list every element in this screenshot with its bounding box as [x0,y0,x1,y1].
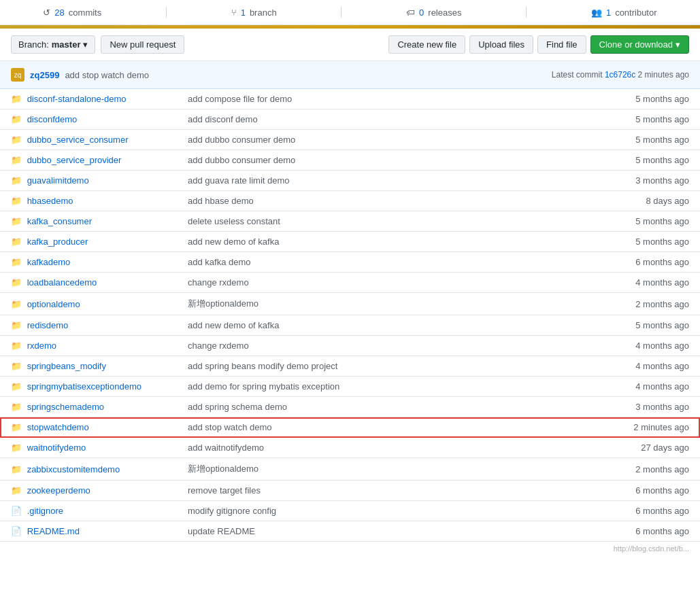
contributors-stat[interactable]: 👥 1 contributor [591,7,657,18]
table-row: 📁 disconfdemo add disconf demo 5 months … [0,109,700,130]
file-name-link[interactable]: dubbo_service_provider [27,155,122,165]
file-icon: 📄 [11,526,22,536]
file-name-link[interactable]: springschemademo [27,402,104,412]
time-cell: 4 months ago [539,273,700,293]
commit-message-cell: update README [177,521,539,542]
time-cell: 2 months ago [539,293,700,315]
table-row: 📁 dubbo_service_provider add dubbo consu… [0,150,700,171]
time-cell: 6 months ago [539,481,700,501]
file-name-link[interactable]: kafkademo [27,257,71,267]
toolbar-left: Branch: master ▾ New pull request [11,35,184,54]
time-cell: 2 months ago [539,458,700,481]
releases-stat[interactable]: 🏷 0 releases [406,7,461,18]
time-cell: 5 months ago [539,109,700,130]
create-new-file-button[interactable]: Create new file [388,35,465,54]
file-name-link[interactable]: stopwatchdemo [27,422,89,432]
clone-download-button[interactable]: Clone or download ▾ [590,35,689,54]
stats-bar: ↺ 28 commits ⑂ 1 branch 🏷 0 releases 👥 1… [0,0,700,25]
commit-message-cell: add kafka demo [177,252,539,273]
file-table: 📁 disconf-standalone-demo add compose fi… [0,89,700,542]
commit-message-cell: change rxdemo [177,336,539,356]
contributors-count[interactable]: 1 [606,7,611,18]
file-name-link[interactable]: optionaldemo [27,299,80,309]
time-cell: 6 months ago [539,501,700,521]
file-name-link[interactable]: hbasedemo [27,196,73,206]
branches-icon: ⑂ [231,7,237,18]
branches-stat[interactable]: ⑂ 1 branch [231,7,277,18]
table-row: 📁 waitnotifydemo add waitnotifydemo 27 d… [0,438,700,458]
table-row: 📁 kafka_consumer delete useless constant… [0,211,700,232]
commit-username[interactable]: zq2599 [30,70,59,80]
file-name-link[interactable]: zabbixcustomitemdemo [27,464,120,474]
find-file-button[interactable]: Find file [537,35,586,54]
releases-icon: 🏷 [406,7,415,18]
file-name-link[interactable]: kafka_producer [27,237,88,247]
file-name-link[interactable]: guavalimitdemo [27,175,89,186]
branches-label: branch [250,7,277,18]
folder-icon: 📁 [11,277,22,288]
releases-count[interactable]: 0 [419,7,424,18]
branch-caret-icon: ▾ [83,39,88,50]
file-name-link[interactable]: springbeans_modify [27,361,106,371]
folder-icon: 📁 [11,257,22,267]
file-name-link[interactable]: springmybatisexceptiondemo [27,381,141,392]
time-cell: 2 minutes ago [539,417,700,438]
time-cell: 6 months ago [539,252,700,273]
commit-message-cell: add disconf demo [177,109,539,130]
file-name-link[interactable]: waitnotifydemo [27,443,86,453]
commit-hash[interactable]: 1c6726c [605,70,635,80]
avatar: zq [11,68,24,82]
commit-message-cell: 新增optionaldemo [177,293,539,315]
commit-message-cell: add hbase demo [177,191,539,211]
commit-time: 2 minutes ago [638,70,689,80]
commits-label: commits [69,7,101,18]
commit-message-cell: add stop watch demo [177,417,539,438]
upload-files-button[interactable]: Upload files [469,35,533,54]
avatar-text: zq [14,71,22,79]
folder-icon: 📁 [11,94,22,104]
time-cell: 5 months ago [539,89,700,109]
commit-message-cell: add compose file for demo [177,89,539,109]
clone-download-label: Clone or download [599,39,673,50]
new-pull-request-button[interactable]: New pull request [101,35,184,54]
file-name-link[interactable]: zookeeperdemo [27,485,90,496]
commit-message-cell: change rxdemo [177,273,539,293]
table-row: 📄 .gitignore modify gitignore config 6 m… [0,501,700,521]
folder-icon: 📁 [11,422,22,432]
file-name-link[interactable]: dubbo_service_consumer [27,135,129,145]
commit-message-cell: add demo for spring mybatis exception [177,377,539,397]
divider-1 [166,7,167,18]
file-name-link[interactable]: loadbalancedemo [27,277,97,288]
folder-icon: 📁 [11,381,22,392]
folder-icon: 📁 [11,135,22,145]
table-row: 📁 hbasedemo add hbase demo 8 days ago [0,191,700,211]
commits-count[interactable]: 28 [54,7,64,18]
commit-message-cell: add dubbo consumer demo [177,130,539,150]
folder-icon: 📁 [11,175,22,186]
folder-icon: 📁 [11,361,22,371]
time-cell: 4 months ago [539,377,700,397]
commit-message: add stop watch demo [65,70,149,80]
commit-bar-right: Latest commit 1c6726c 2 minutes ago [552,70,689,80]
commit-message-cell: add spring schema demo [177,397,539,417]
file-name-link[interactable]: disconfdemo [27,114,78,124]
branch-selector[interactable]: Branch: master ▾ [11,35,95,54]
table-row: 📁 zookeeperdemo remove target files 6 mo… [0,481,700,501]
table-row: 📁 kafkademo add kafka demo 6 months ago [0,252,700,273]
file-name-link[interactable]: README.md [27,526,80,536]
file-name-link[interactable]: rxdemo [27,341,56,351]
table-row: 📁 stopwatchdemo add stop watch demo 2 mi… [0,417,700,438]
file-icon: 📄 [11,506,22,516]
branches-count[interactable]: 1 [241,7,246,18]
file-name-link[interactable]: kafka_consumer [27,216,92,226]
folder-icon: 📁 [11,216,22,226]
commit-bar: zq zq2599 add stop watch demo Latest com… [0,61,700,89]
commits-stat[interactable]: ↺ 28 commits [43,7,101,18]
table-row: 📁 springbeans_modify add spring beans mo… [0,356,700,377]
file-name-link[interactable]: .gitignore [27,506,63,516]
folder-icon: 📁 [11,402,22,412]
file-name-link[interactable]: disconf-standalone-demo [27,94,127,104]
file-name-link[interactable]: redisdemo [27,320,69,330]
folder-icon: 📁 [11,299,22,309]
table-row: 📁 dubbo_service_consumer add dubbo consu… [0,130,700,150]
